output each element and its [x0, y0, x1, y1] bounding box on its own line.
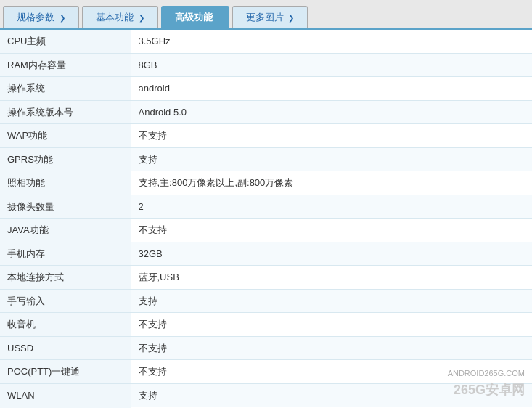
- spec-label: 手写输入: [0, 289, 131, 313]
- table-row: WAP功能不支持: [0, 124, 532, 148]
- spec-label: 操作系统: [0, 77, 131, 101]
- spec-label: 手机内存: [0, 242, 131, 266]
- table-row: 本地连接方式蓝牙,USB: [0, 266, 532, 290]
- spec-label: CPU主频: [0, 30, 131, 53]
- table-row: 摄像头数量2: [0, 195, 532, 219]
- spec-value: 不支持: [131, 313, 532, 337]
- spec-label: RAM内存容量: [0, 53, 131, 77]
- spec-value: 支持: [131, 147, 532, 171]
- spec-label: POC(PTT)一键通: [0, 360, 131, 384]
- spec-label: 本地连接方式: [0, 266, 131, 290]
- watermark-logo: 265G安卓网: [448, 380, 525, 401]
- spec-value: 不支持: [131, 219, 532, 242]
- tab-basic[interactable]: 基本功能: [82, 6, 158, 28]
- table-row: RAM内存容量8GB: [0, 53, 532, 77]
- tab-bar: 规格参数 基本功能 高级功能 更多图片: [0, 0, 532, 30]
- spec-value: 3.5GHz: [131, 30, 532, 53]
- table-row: 操作系统android: [0, 77, 532, 101]
- spec-label: 摄像头数量: [0, 195, 131, 219]
- spec-value: Android 5.0: [131, 100, 532, 124]
- spec-value: 支持: [131, 289, 532, 313]
- table-row: CPU主频3.5GHz: [0, 30, 532, 53]
- spec-value: 2: [131, 195, 532, 219]
- tab-photos[interactable]: 更多图片: [232, 6, 308, 28]
- spec-label: WLAN: [0, 383, 131, 407]
- table-row: 手机内存32GB: [0, 242, 532, 266]
- spec-value: 支持,主:800万像素以上,副:800万像素: [131, 171, 532, 195]
- spec-value: 8GB: [131, 53, 532, 77]
- spec-label: JAVA功能: [0, 219, 131, 242]
- table-row: JAVA功能不支持: [0, 219, 532, 242]
- spec-label: 操作系统版本号: [0, 100, 131, 124]
- watermark: ANDROID265G.COM 265G安卓网: [448, 367, 525, 401]
- spec-value: 32GB: [131, 242, 532, 266]
- table-row: 照相功能支持,主:800万像素以上,副:800万像素: [0, 171, 532, 195]
- spec-label: USSD: [0, 336, 131, 360]
- spec-label: 收音机: [0, 313, 131, 337]
- table-row: GPRS功能支持: [0, 147, 532, 171]
- table-row: 手写输入支持: [0, 289, 532, 313]
- spec-label: WAP功能: [0, 124, 131, 148]
- spec-table: CPU主频3.5GHzRAM内存容量8GB操作系统android操作系统版本号A…: [0, 30, 532, 408]
- watermark-site: ANDROID265G.COM: [448, 367, 525, 380]
- spec-label: 照相功能: [0, 171, 131, 195]
- tab-specs[interactable]: 规格参数: [3, 6, 79, 28]
- spec-label: GPRS功能: [0, 147, 131, 171]
- spec-value: 蓝牙,USB: [131, 266, 532, 290]
- table-row: 操作系统版本号Android 5.0: [0, 100, 532, 124]
- table-row: 收音机不支持: [0, 313, 532, 337]
- table-row: USSD不支持: [0, 336, 532, 360]
- spec-value: android: [131, 77, 532, 101]
- tab-advanced[interactable]: 高级功能: [161, 6, 229, 28]
- spec-value: 不支持: [131, 336, 532, 360]
- spec-value: 不支持: [131, 124, 532, 148]
